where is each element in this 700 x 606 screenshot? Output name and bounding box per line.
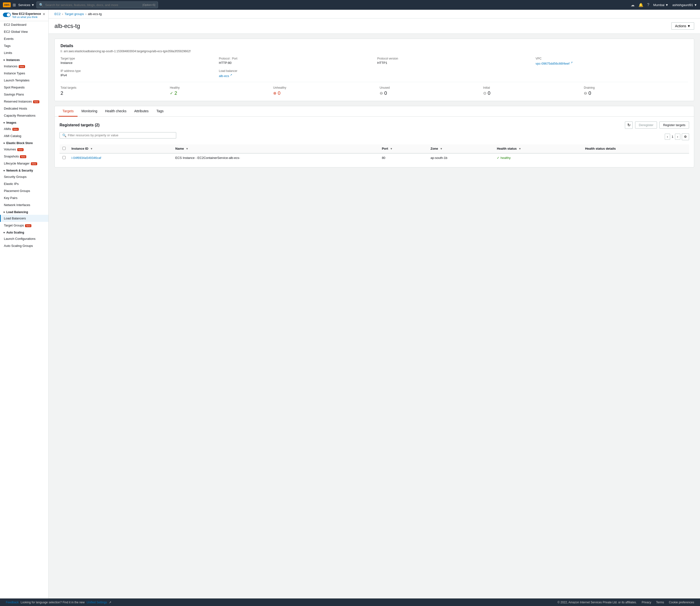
close-icon[interactable]: ✕ bbox=[43, 12, 45, 16]
instance-id-header[interactable]: Instance ID ▼ bbox=[69, 144, 172, 153]
bell-icon[interactable]: 🔔 bbox=[638, 3, 643, 7]
sidebar-item-instance-types[interactable]: Instance Types bbox=[0, 70, 48, 77]
row-checkbox[interactable] bbox=[63, 156, 66, 159]
sidebar-item-network-interfaces[interactable]: Network Interfaces bbox=[0, 202, 48, 208]
register-targets-button[interactable]: Register targets bbox=[659, 121, 689, 129]
unified-settings-link[interactable]: Unified Settings bbox=[87, 601, 107, 604]
global-search-bar[interactable]: 🔍 [Option+S] bbox=[37, 1, 158, 8]
sidebar-section-lb[interactable]: Load Balancing bbox=[0, 208, 48, 215]
sidebar-item-events[interactable]: Events bbox=[0, 35, 48, 42]
actions-button[interactable]: Actions ▼ bbox=[671, 22, 694, 30]
sidebar-section-as[interactable]: Auto Scaling bbox=[0, 229, 48, 235]
sidebar-section-images[interactable]: Images bbox=[0, 119, 48, 125]
sidebar-item-load-balancers[interactable]: Load Balancers bbox=[0, 215, 48, 222]
protocol-port-field: Protocol : Port HTTP:80 bbox=[219, 57, 371, 65]
sidebar-item-reserved-instances[interactable]: Reserved Instances bbox=[0, 98, 48, 105]
sidebar-section-ebs[interactable]: Elastic Block Store bbox=[0, 139, 48, 146]
page-title: alb-ecs-tg bbox=[54, 23, 80, 29]
sidebar-item-lifecycle-manager[interactable]: Lifecycle Manager bbox=[0, 160, 48, 167]
column-settings-button[interactable]: ⚙ bbox=[682, 133, 689, 140]
sidebar-item-ami-catalog[interactable]: AMI Catalog bbox=[0, 133, 48, 139]
filter-input[interactable] bbox=[68, 133, 174, 137]
sidebar-item-savings-plans[interactable]: Savings Plans bbox=[0, 91, 48, 98]
sidebar-item-limits[interactable]: Limits bbox=[0, 49, 48, 56]
sidebar-item-security-groups[interactable]: Security Groups bbox=[0, 173, 48, 180]
tab-attributes[interactable]: Attributes bbox=[130, 106, 152, 117]
services-button[interactable]: Services ▼ bbox=[18, 3, 35, 7]
sidebar-item-spot-requests[interactable]: Spot Requests bbox=[0, 84, 48, 91]
row-checkbox-cell[interactable] bbox=[60, 153, 69, 162]
pagination-next-button[interactable]: › bbox=[675, 134, 680, 140]
sidebar: New EC2 Experience Tell us what you thin… bbox=[0, 10, 49, 599]
select-all-checkbox[interactable] bbox=[63, 147, 66, 150]
sidebar-item-volumes[interactable]: Volumes bbox=[0, 146, 48, 153]
new-experience-subtitle[interactable]: Tell us what you think bbox=[12, 16, 41, 19]
sidebar-item-ec2-global-view[interactable]: EC2 Global View bbox=[0, 28, 48, 35]
target-type-field: Target type Instance bbox=[61, 57, 213, 65]
draining-stat: Draining ⊖ 0 bbox=[584, 86, 688, 96]
user-menu[interactable]: ashishgaurd91 ▼ bbox=[672, 3, 697, 7]
cloud9-icon[interactable]: ☁ bbox=[631, 3, 635, 7]
help-icon[interactable]: ? bbox=[647, 3, 650, 7]
select-all-header[interactable] bbox=[60, 144, 69, 153]
feedback-link[interactable]: Feedback bbox=[6, 601, 19, 604]
tab-actions: ↻ Deregister Register targets bbox=[625, 121, 689, 129]
tab-monitoring[interactable]: Monitoring bbox=[77, 106, 101, 117]
tab-health-checks[interactable]: Health checks bbox=[101, 106, 130, 117]
unhealthy-stat: Unhealthy ⊗ 0 bbox=[273, 86, 380, 96]
sidebar-item-snapshots[interactable]: Snapshots bbox=[0, 153, 48, 160]
sidebar-item-capacity-reservations[interactable]: Capacity Reservations bbox=[0, 112, 48, 119]
new-experience-banner: New EC2 Experience Tell us what you thin… bbox=[0, 10, 48, 21]
refresh-button[interactable]: ↻ bbox=[625, 121, 633, 129]
filter-bar[interactable]: 🔍 bbox=[60, 132, 176, 139]
initial-value: 0 bbox=[488, 90, 491, 96]
vpc-field: VPC vpc-09675dd56c66f4eef ↗ bbox=[536, 57, 688, 65]
sidebar-item-amis[interactable]: AMIs bbox=[0, 125, 48, 133]
health-status-header[interactable]: Health status ▼ bbox=[494, 144, 582, 153]
instance-id-link[interactable]: i-04f6934a549346caf bbox=[71, 156, 101, 160]
vpc-value[interactable]: vpc-09675dd56c66f4eef bbox=[536, 62, 570, 65]
new-experience-toggle[interactable] bbox=[3, 13, 11, 17]
sidebar-item-ec2-dashboard[interactable]: EC2 Dashboard bbox=[0, 21, 48, 28]
sidebar-item-instances[interactable]: Instances bbox=[0, 63, 48, 70]
tab-tags[interactable]: Tags bbox=[152, 106, 167, 117]
cookie-preferences-link[interactable]: Cookie preferences bbox=[669, 601, 694, 604]
privacy-link[interactable]: Privacy bbox=[642, 601, 651, 604]
terms-link[interactable]: Terms bbox=[656, 601, 664, 604]
sidebar-item-tags[interactable]: Tags bbox=[0, 42, 48, 49]
sidebar-item-elastic-ips[interactable]: Elastic IPs bbox=[0, 180, 48, 187]
details-title: Details bbox=[61, 44, 688, 48]
breadcrumb-target-groups[interactable]: Target groups bbox=[65, 12, 84, 16]
zone-header[interactable]: Zone ▼ bbox=[428, 144, 494, 153]
deregister-button[interactable]: Deregister bbox=[635, 121, 657, 129]
name-header[interactable]: Name ▼ bbox=[172, 144, 379, 153]
load-balancer-value[interactable]: alb-ecs bbox=[219, 74, 229, 78]
sidebar-item-launch-templates[interactable]: Launch Templates bbox=[0, 77, 48, 84]
instance-id-cell: i-04f6934a549346caf bbox=[69, 153, 172, 162]
total-targets-stat: Total targets 2 bbox=[61, 86, 170, 96]
registered-targets-title: Registered targets (2) bbox=[60, 123, 100, 127]
sidebar-section-instances[interactable]: Instances bbox=[0, 56, 48, 63]
pagination-prev-button[interactable]: ‹ bbox=[665, 134, 670, 140]
grid-icon[interactable]: ⊞ bbox=[13, 3, 16, 7]
sidebar-item-launch-configurations[interactable]: Launch Configurations bbox=[0, 235, 48, 242]
ip-address-type-label: IP address type bbox=[61, 69, 213, 73]
sidebar-item-auto-scaling-groups[interactable]: Auto Scaling Groups bbox=[0, 242, 48, 249]
protocol-version-label: Protocol version bbox=[377, 57, 530, 60]
port-header[interactable]: Port ▼ bbox=[379, 144, 428, 153]
lb-external-link-icon[interactable]: ↗ bbox=[230, 73, 232, 76]
sidebar-item-key-pairs[interactable]: Key Pairs bbox=[0, 194, 48, 202]
tab-targets[interactable]: Targets bbox=[59, 106, 77, 117]
vpc-external-link-icon[interactable]: ↗ bbox=[570, 61, 573, 64]
sidebar-item-dedicated-hosts[interactable]: Dedicated Hosts bbox=[0, 105, 48, 112]
unused-stat: Unused ⊖ 0 bbox=[380, 86, 483, 96]
target-type-value: Instance bbox=[61, 61, 213, 65]
sidebar-item-placement-groups[interactable]: Placement Groups bbox=[0, 187, 48, 194]
sidebar-section-network[interactable]: Network & Security bbox=[0, 167, 48, 173]
footer-right: © 2022, Amazon Internet Services Private… bbox=[558, 601, 694, 604]
region-selector[interactable]: Mumbai ▼ bbox=[653, 3, 669, 7]
breadcrumb-ec2[interactable]: EC2 bbox=[54, 12, 61, 16]
search-input[interactable] bbox=[45, 3, 141, 7]
copy-icon[interactable]: ⎘ bbox=[61, 50, 62, 53]
sidebar-item-target-groups[interactable]: Target Groups bbox=[0, 222, 48, 229]
